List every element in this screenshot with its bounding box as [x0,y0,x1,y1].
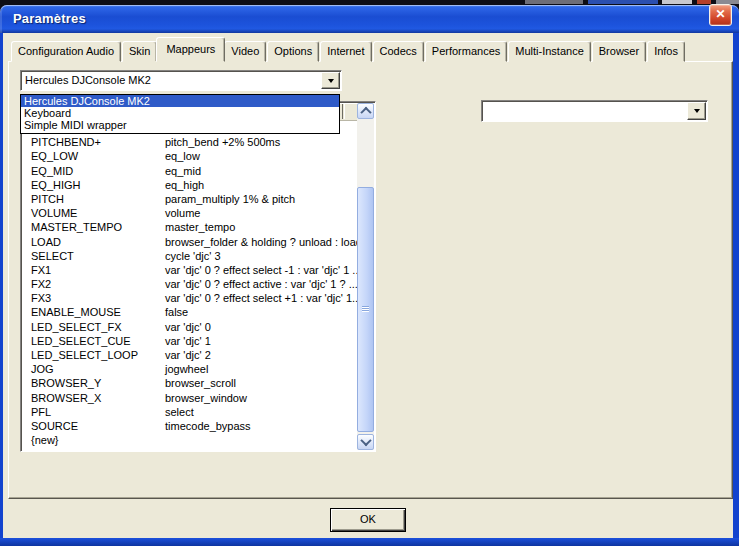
mapping-row[interactable]: BROWSER_Xbrowser_window [22,391,357,405]
mapping-action: master_tempo [165,220,235,234]
mapping-row[interactable]: ENABLE_MOUSEfalse [22,305,357,319]
mapping-key: EQ_LOW [31,149,78,163]
mapping-action: volume [165,206,200,220]
chevron-down-icon [360,435,371,446]
mapping-row[interactable]: PFLselect [22,405,357,419]
tab-infos[interactable]: Infos [647,41,685,62]
mapping-row[interactable]: EQ_HIGHeq_high [22,178,357,192]
mapping-key: BROWSER_X [31,391,101,405]
ok-label: OK [360,513,376,525]
scroll-down-button[interactable] [357,434,374,450]
mapping-action: var 'djc' 0 ? effect select -1 : var 'dj… [165,263,357,277]
mapping-key: BROWSER_Y [31,376,101,390]
tab-skin[interactable]: Skin [122,41,157,62]
mapping-row[interactable]: LOADbrowser_folder & holding ? unload : … [22,235,357,249]
mapping-row[interactable]: LED_SELECT_CUEvar 'djc' 1 [22,334,357,348]
tab-options[interactable]: Options [267,41,319,62]
tab-configuration-audio[interactable]: Configuration Audio [11,41,121,62]
mapping-row[interactable]: JOGjogwheel [22,362,357,376]
mapping-row[interactable]: FX1var 'djc' 0 ? effect select -1 : var … [22,263,357,277]
mapping-key: PITCH [31,192,64,206]
mapping-key: FX3 [31,291,51,305]
mapping-key: PFL [31,405,51,419]
mapping-action: timecode_bypass [165,419,251,433]
mapping-action: pitch_bend +2% 500ms [165,135,280,149]
mapping-row[interactable]: SOURCEtimecode_bypass [22,419,357,433]
mapping-key: LOAD [31,235,61,249]
list-scrollbar[interactable] [357,103,374,450]
title-bar [0,5,739,33]
thumb-grip [362,306,369,312]
mapping-row[interactable]: FX2var 'djc' 0 ? effect active : var 'dj… [22,277,357,291]
tab-video[interactable]: Video [224,41,266,62]
close-button[interactable]: ✕ [709,4,732,26]
tab-strip: Configuration AudioSkinMappeursVideoOpti… [11,38,686,62]
scrollbar-thumb[interactable] [357,187,374,432]
mapping-key: PITCHBEND+ [31,135,101,149]
mapping-key: SELECT [31,249,74,263]
mapping-action: eq_low [165,149,200,163]
mapping-row[interactable]: LED_SELECT_LOOPvar 'djc' 2 [22,348,357,362]
tab-browser[interactable]: Browser [592,41,646,62]
mapping-action: var 'djc' 0 ? effect select +1 : var 'dj… [165,291,357,305]
tab-performances[interactable]: Performances [425,41,507,62]
device-option-keyboard[interactable]: Keyboard [21,107,339,119]
device-combobox[interactable]: Hercules DJConsole MK2 [20,70,342,91]
tab-mappeurs[interactable]: Mappeurs [156,37,225,62]
key-combobox-arrow-button[interactable] [687,102,706,120]
chevron-up-icon [360,107,371,118]
mapping-action: var 'djc' 0 ? effect active : var 'djc' … [165,277,357,291]
scroll-up-button[interactable] [357,103,374,119]
mapping-key: SOURCE [31,419,78,433]
mapping-key: LED_SELECT_LOOP [31,348,138,362]
mapping-action: param_multiply 1% & pitch [165,192,295,206]
mapping-row[interactable]: EQ_MIDeq_mid [22,164,357,178]
mapping-action: var 'djc' 0 [165,320,211,334]
mapping-key: FX2 [31,277,51,291]
tab-codecs[interactable]: Codecs [373,41,424,62]
chevron-down-icon [328,79,334,83]
mapping-action: var 'djc' 2 [165,348,211,362]
mapping-action: browser_folder & holding ? unload : load [165,235,357,249]
ok-button[interactable]: OK [330,508,406,532]
mapping-row[interactable]: SELECTcycle 'djc' 3 [22,249,357,263]
mapping-key: JOG [31,362,54,376]
mapping-row[interactable]: PITCHBEND+pitch_bend +2% 500ms [22,135,357,149]
mapping-row[interactable]: LED_SELECT_FXvar 'djc' 0 [22,320,357,334]
mapping-action: jogwheel [165,362,208,376]
mapping-action: cycle 'djc' 3 [165,249,221,263]
mapping-row[interactable]: BROWSER_Ybrowser_scroll [22,376,357,390]
mapping-action: browser_window [165,391,247,405]
mapping-row[interactable]: VOLUMEvolume [22,206,357,220]
mapping-key: ENABLE_MOUSE [31,305,121,319]
mapping-row[interactable]: {new} [22,433,357,447]
mapping-row[interactable]: PITCHparam_multiply 1% & pitch [22,192,357,206]
mapping-key: EQ_HIGH [31,178,81,192]
key-combobox[interactable] [481,100,708,122]
chevron-down-icon [694,109,700,113]
mapping-key: {new} [31,433,59,447]
mapping-row[interactable]: MASTER_TEMPOmaster_tempo [22,220,357,234]
device-option-hercules-djconsole-mk2[interactable]: Hercules DJConsole MK2 [21,95,339,107]
mapping-key: LED_SELECT_CUE [31,334,131,348]
mapping-key: FX1 [31,263,51,277]
mapping-action: var 'djc' 1 [165,334,211,348]
device-option-simple-midi-wrapper[interactable]: Simple MIDI wrapper [21,119,339,131]
window-border-left [0,33,3,541]
mapping-list[interactable]: PITCHBEND-pitch_bend -2% 500msPITCHBEND+… [20,101,376,452]
device-combobox-value: Hercules DJConsole MK2 [25,73,321,87]
window-border-right [733,33,739,541]
tab-internet[interactable]: Internet [320,41,371,62]
device-dropdown-list[interactable]: Hercules DJConsole MK2KeyboardSimple MID… [20,94,340,134]
mapping-row[interactable]: EQ_LOWeq_low [22,149,357,163]
window-border-bottom [0,538,739,546]
mapping-key: LED_SELECT_FX [31,320,121,334]
mapping-action: eq_high [165,178,204,192]
device-combobox-arrow-button[interactable] [321,72,340,89]
mapping-key: EQ_MID [31,164,73,178]
mapping-key: MASTER_TEMPO [31,220,122,234]
mapping-action: eq_mid [165,164,201,178]
mapping-row[interactable]: FX3var 'djc' 0 ? effect select +1 : var … [22,291,357,305]
mapping-action: select [165,405,194,419]
tab-multi-instance[interactable]: Multi-Instance [508,41,590,62]
